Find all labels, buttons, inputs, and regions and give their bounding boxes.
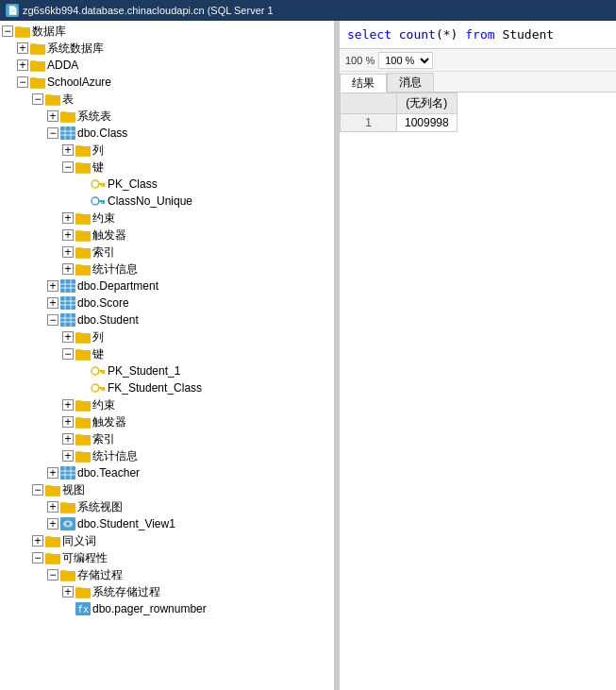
folder-icon <box>75 160 91 175</box>
expander-box[interactable]: − <box>47 314 58 326</box>
tree-item[interactable]: + 同义词 <box>0 532 334 549</box>
tree-item[interactable]: − dbo.Student <box>0 311 334 328</box>
svg-rect-80 <box>75 401 91 411</box>
tree-item-label: 约束 <box>92 397 115 413</box>
tree-item[interactable]: PK_Class <box>0 176 334 193</box>
no-expander[interactable] <box>77 365 89 377</box>
tree-item[interactable]: − 存储过程 <box>0 566 334 583</box>
no-expander[interactable] <box>77 195 89 207</box>
tree-item[interactable]: + ADDA <box>0 57 334 74</box>
tree-item[interactable]: PK_Student_1 <box>0 362 334 379</box>
tree-item-label: dbo.Department <box>77 279 158 293</box>
tree-item[interactable]: + dbo.Score <box>0 295 334 311</box>
tree-item[interactable]: + dbo.Department <box>0 278 334 295</box>
tree-item[interactable]: + 索引 <box>0 244 334 261</box>
tree-item[interactable]: + 统计信息 <box>0 447 334 464</box>
no-expander[interactable] <box>62 603 74 614</box>
expander-box[interactable]: − <box>62 161 74 173</box>
expander-box[interactable]: + <box>17 59 28 71</box>
tree-item[interactable]: − SchoolAzure <box>0 74 334 91</box>
object-explorer-panel[interactable]: − 数据库+ 系统数据库+ ADDA− SchoolAzure− 表+ <box>0 21 335 690</box>
svg-rect-18 <box>60 126 75 140</box>
expander-box[interactable]: + <box>62 212 74 224</box>
svg-point-29 <box>92 180 99 188</box>
expander-box[interactable]: + <box>62 416 74 428</box>
tree-item[interactable]: + 约束 <box>0 396 334 413</box>
tree-item-label: dbo.Score <box>77 296 129 310</box>
tree-item[interactable]: − 可编程性 <box>0 549 334 566</box>
expander-box[interactable]: + <box>62 450 74 462</box>
expander-box[interactable]: + <box>62 586 74 597</box>
expander-box[interactable]: + <box>47 297 58 309</box>
col-header-noname: (无列名) <box>397 93 458 114</box>
tree-item[interactable]: − 键 <box>0 345 334 362</box>
tree-item[interactable]: + 列 <box>0 142 334 159</box>
folder-icon <box>75 584 91 599</box>
expander-box[interactable]: − <box>32 484 43 496</box>
expander-box[interactable]: + <box>17 42 28 54</box>
expander-box[interactable]: − <box>47 127 58 139</box>
tree-item[interactable]: + dbo.Student_View1 <box>0 515 334 532</box>
tree-item[interactable]: + 系统视图 <box>0 498 334 515</box>
tree-item[interactable]: − 表 <box>0 91 334 108</box>
expander-box[interactable]: + <box>47 110 58 122</box>
expander-box[interactable]: + <box>62 263 74 275</box>
expander-box[interactable]: − <box>32 93 43 105</box>
tree-item[interactable]: + 索引 <box>0 430 334 447</box>
tree-item[interactable]: + 系统表 <box>0 108 334 125</box>
expander-box[interactable]: + <box>47 467 58 479</box>
zoom-select[interactable]: 100 % 75 % 125 % 150 % <box>378 52 433 69</box>
expander-box[interactable]: − <box>32 552 43 564</box>
tree-item[interactable]: + 统计信息 <box>0 261 334 278</box>
tree-item-label: dbo.Teacher <box>77 466 140 480</box>
folder-icon <box>75 210 91 226</box>
tree-item[interactable]: + 系统数据库 <box>0 40 334 57</box>
results-grid[interactable]: (无列名) 11009998 <box>340 93 616 690</box>
tree-item-label: 表 <box>62 92 74 108</box>
tree-item[interactable]: − 数据库 <box>0 23 334 40</box>
tree-item[interactable]: + 触发器 <box>0 413 334 430</box>
tree-item[interactable]: + 列 <box>0 328 334 345</box>
expander-box[interactable]: + <box>47 501 58 513</box>
no-expander[interactable] <box>77 178 89 190</box>
tree-item[interactable]: + 约束 <box>0 210 334 227</box>
expander-box[interactable]: + <box>62 433 74 445</box>
expander-box[interactable]: + <box>62 246 74 258</box>
tab-results[interactable]: 结果 <box>340 74 387 93</box>
tab-results-label: 结果 <box>352 76 375 92</box>
expander-box[interactable]: − <box>2 25 13 37</box>
svg-rect-97 <box>45 486 60 496</box>
results-toolbar: 100 % 100 % 75 % 125 % 150 % <box>340 49 616 72</box>
sql-editor[interactable]: select count(*) from Student <box>340 21 616 49</box>
tree-item[interactable]: + dbo.Teacher <box>0 464 334 481</box>
sql-paren-close: ) <box>451 27 458 42</box>
table-icon <box>60 295 75 311</box>
svg-rect-2 <box>15 27 30 37</box>
svg-point-70 <box>92 367 99 375</box>
tree-item[interactable]: − dbo.Class <box>0 125 334 142</box>
tree-item[interactable]: fx dbo.pager_rownumber <box>0 600 334 617</box>
expander-box[interactable]: − <box>62 348 74 360</box>
tree-item[interactable]: + 系统存储过程 <box>0 583 334 600</box>
row-num-header <box>341 93 397 114</box>
expander-box[interactable]: + <box>62 399 74 411</box>
expander-box[interactable]: − <box>47 569 58 581</box>
expander-box[interactable]: + <box>62 331 74 343</box>
no-expander[interactable] <box>77 382 89 394</box>
expander-box[interactable]: + <box>32 535 43 547</box>
tree-item[interactable]: ClassNo_Unique <box>0 193 334 210</box>
tree-item[interactable]: − 视图 <box>0 481 334 498</box>
expander-box[interactable]: + <box>62 229 74 241</box>
expander-box[interactable]: + <box>47 280 58 292</box>
tree-item[interactable]: − 键 <box>0 159 334 176</box>
tree-item-label: 可编程性 <box>62 550 108 566</box>
expander-box[interactable]: + <box>62 144 74 156</box>
tree-item[interactable]: FK_Student_Class <box>0 379 334 396</box>
view-icon <box>60 516 75 531</box>
folder-icon <box>75 397 91 412</box>
tree-item[interactable]: + 触发器 <box>0 227 334 244</box>
expander-box[interactable]: − <box>17 76 28 88</box>
expander-box[interactable]: + <box>47 518 58 530</box>
folder-icon <box>45 550 60 565</box>
tab-messages[interactable]: 消息 <box>387 73 434 92</box>
